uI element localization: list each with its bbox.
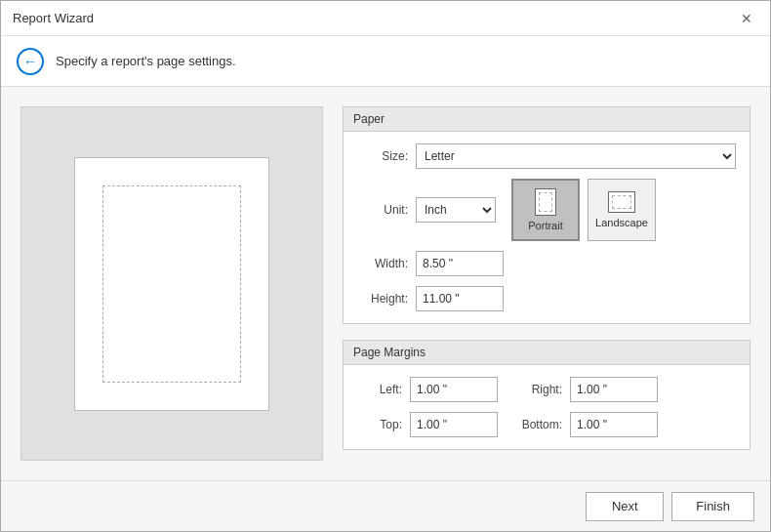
size-select-wrapper: Letter A4 A3 Legal [416,143,736,169]
bottom-margin-input[interactable] [570,412,658,437]
height-input[interactable] [416,286,504,311]
unit-orientation-row: Unit: Inch Millimeter Centimeter Po [357,179,736,241]
height-label: Height: [357,292,408,306]
left-margin-row: Left: [357,377,498,402]
bottom-margin-row: Bottom: [517,412,658,437]
top-margin-input[interactable] [410,412,498,437]
title-bar-left: Report Wizard [13,11,94,25]
size-select[interactable]: Letter A4 A3 Legal [416,143,736,169]
landscape-icon [608,191,635,213]
margins-left-col: Left: Top: [357,377,498,437]
top-margin-label: Top: [357,418,402,431]
header-description: Specify a report's page settings. [56,54,236,68]
landscape-label: Landscape [595,217,648,228]
right-margin-input[interactable] [570,377,658,402]
right-margin-label: Right: [517,383,562,396]
portrait-icon [535,188,556,216]
unit-select-wrapper: Inch Millimeter Centimeter [416,197,496,223]
paper-section-body: Size: Letter A4 A3 Legal Unit: [344,132,750,323]
portrait-label: Portrait [528,220,562,231]
width-row: Width: [357,251,736,276]
report-wizard-window: Report Wizard ✕ ← Specify a report's pag… [0,0,771,532]
paper-section: Paper Size: Letter A4 A3 Legal [343,106,751,324]
unit-label: Unit: [357,203,408,217]
margins-section-body: Left: Top: Right: [344,365,750,449]
close-button[interactable]: ✕ [735,9,758,28]
right-panel: Paper Size: Letter A4 A3 Legal [343,106,751,461]
left-margin-label: Left: [357,383,402,396]
finish-button[interactable]: Finish [671,492,754,521]
paper-section-header: Paper [344,107,750,132]
footer: Next Finish [1,480,770,531]
page-preview [74,157,269,411]
orientation-group: Portrait Landscape [511,179,656,241]
next-button[interactable]: Next [586,492,664,521]
back-button[interactable]: ← [17,48,44,75]
portrait-button[interactable]: Portrait [511,179,580,241]
margins-row: Left: Top: Right: [357,377,736,437]
width-input[interactable] [416,251,504,276]
right-margin-row: Right: [517,377,658,402]
margins-section-header: Page Margins [344,341,750,365]
back-icon: ← [23,54,37,69]
title-bar: Report Wizard ✕ [1,1,770,36]
bottom-margin-label: Bottom: [517,418,562,431]
size-row: Size: Letter A4 A3 Legal [357,143,736,169]
size-label: Size: [357,149,408,163]
margins-right-col: Right: Bottom: [517,377,658,437]
landscape-button[interactable]: Landscape [588,179,656,241]
left-margin-input[interactable] [410,377,498,402]
main-content: Paper Size: Letter A4 A3 Legal [1,87,770,480]
header-bar: ← Specify a report's page settings. [1,36,770,87]
unit-select[interactable]: Inch Millimeter Centimeter [417,198,495,222]
window-title: Report Wizard [13,11,94,25]
width-label: Width: [357,257,408,270]
height-row: Height: [357,286,736,311]
top-margin-row: Top: [357,412,498,437]
page-preview-area [20,106,323,461]
margins-section: Page Margins Left: Top: [343,340,751,450]
